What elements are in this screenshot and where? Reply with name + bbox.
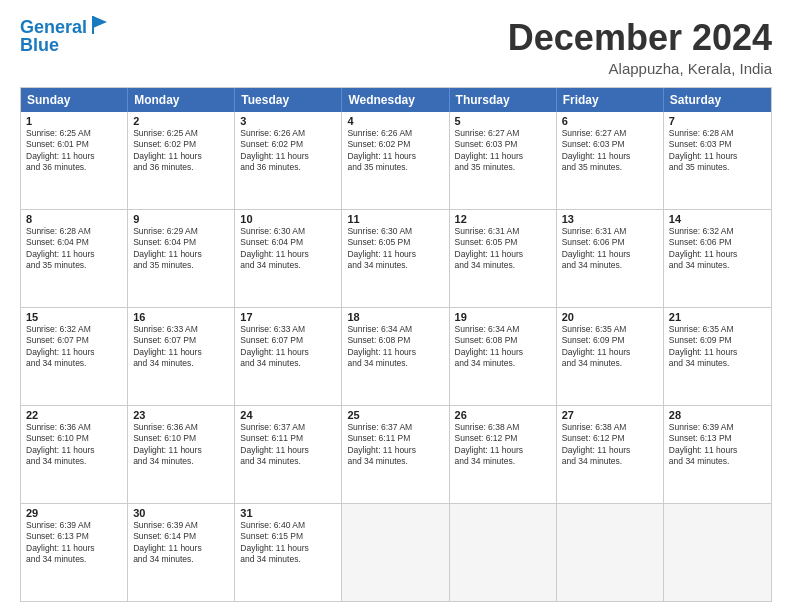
header-day-monday: Monday: [128, 88, 235, 112]
cal-cell-1: 1Sunrise: 6:25 AMSunset: 6:01 PMDaylight…: [21, 112, 128, 209]
logo-blue: Blue: [20, 36, 59, 54]
cal-cell-16: 16Sunrise: 6:33 AMSunset: 6:07 PMDayligh…: [128, 308, 235, 405]
day-info: Sunrise: 6:36 AMSunset: 6:10 PMDaylight:…: [133, 422, 202, 466]
cal-cell-empty-w4c6: [664, 504, 771, 601]
day-info: Sunrise: 6:25 AMSunset: 6:02 PMDaylight:…: [133, 128, 202, 172]
cal-cell-8: 8Sunrise: 6:28 AMSunset: 6:04 PMDaylight…: [21, 210, 128, 307]
day-num: 5: [455, 115, 551, 127]
day-num: 31: [240, 507, 336, 519]
cal-week-1: 1Sunrise: 6:25 AMSunset: 6:01 PMDaylight…: [21, 112, 771, 210]
day-info: Sunrise: 6:26 AMSunset: 6:02 PMDaylight:…: [240, 128, 309, 172]
cal-week-3: 15Sunrise: 6:32 AMSunset: 6:07 PMDayligh…: [21, 308, 771, 406]
day-num: 7: [669, 115, 766, 127]
day-info: Sunrise: 6:33 AMSunset: 6:07 PMDaylight:…: [240, 324, 309, 368]
title-block: December 2024 Alappuzha, Kerala, India: [508, 18, 772, 77]
calendar: SundayMondayTuesdayWednesdayThursdayFrid…: [20, 87, 772, 602]
cal-cell-empty-w4c5: [557, 504, 664, 601]
day-num: 25: [347, 409, 443, 421]
header: General Blue December 2024 Alappuzha, Ke…: [20, 18, 772, 77]
day-info: Sunrise: 6:39 AMSunset: 6:14 PMDaylight:…: [133, 520, 202, 564]
logo-general: General: [20, 18, 87, 36]
day-num: 1: [26, 115, 122, 127]
cal-cell-18: 18Sunrise: 6:34 AMSunset: 6:08 PMDayligh…: [342, 308, 449, 405]
day-num: 9: [133, 213, 229, 225]
day-num: 24: [240, 409, 336, 421]
day-num: 11: [347, 213, 443, 225]
cal-cell-23: 23Sunrise: 6:36 AMSunset: 6:10 PMDayligh…: [128, 406, 235, 503]
day-info: Sunrise: 6:39 AMSunset: 6:13 PMDaylight:…: [26, 520, 95, 564]
day-num: 3: [240, 115, 336, 127]
cal-week-5: 29Sunrise: 6:39 AMSunset: 6:13 PMDayligh…: [21, 504, 771, 601]
day-info: Sunrise: 6:28 AMSunset: 6:03 PMDaylight:…: [669, 128, 738, 172]
day-info: Sunrise: 6:28 AMSunset: 6:04 PMDaylight:…: [26, 226, 95, 270]
day-info: Sunrise: 6:29 AMSunset: 6:04 PMDaylight:…: [133, 226, 202, 270]
cal-cell-empty-w4c4: [450, 504, 557, 601]
calendar-body: 1Sunrise: 6:25 AMSunset: 6:01 PMDaylight…: [21, 112, 771, 601]
day-info: Sunrise: 6:33 AMSunset: 6:07 PMDaylight:…: [133, 324, 202, 368]
header-day-friday: Friday: [557, 88, 664, 112]
cal-cell-13: 13Sunrise: 6:31 AMSunset: 6:06 PMDayligh…: [557, 210, 664, 307]
day-info: Sunrise: 6:32 AMSunset: 6:07 PMDaylight:…: [26, 324, 95, 368]
day-num: 18: [347, 311, 443, 323]
day-num: 19: [455, 311, 551, 323]
day-num: 20: [562, 311, 658, 323]
cal-cell-12: 12Sunrise: 6:31 AMSunset: 6:05 PMDayligh…: [450, 210, 557, 307]
day-info: Sunrise: 6:35 AMSunset: 6:09 PMDaylight:…: [562, 324, 631, 368]
calendar-header: SundayMondayTuesdayWednesdayThursdayFrid…: [21, 88, 771, 112]
day-num: 14: [669, 213, 766, 225]
day-info: Sunrise: 6:30 AMSunset: 6:04 PMDaylight:…: [240, 226, 309, 270]
cal-cell-empty-w4c3: [342, 504, 449, 601]
day-info: Sunrise: 6:34 AMSunset: 6:08 PMDaylight:…: [347, 324, 416, 368]
day-info: Sunrise: 6:31 AMSunset: 6:06 PMDaylight:…: [562, 226, 631, 270]
day-info: Sunrise: 6:38 AMSunset: 6:12 PMDaylight:…: [562, 422, 631, 466]
day-info: Sunrise: 6:38 AMSunset: 6:12 PMDaylight:…: [455, 422, 524, 466]
day-info: Sunrise: 6:37 AMSunset: 6:11 PMDaylight:…: [240, 422, 309, 466]
cal-cell-29: 29Sunrise: 6:39 AMSunset: 6:13 PMDayligh…: [21, 504, 128, 601]
cal-cell-24: 24Sunrise: 6:37 AMSunset: 6:11 PMDayligh…: [235, 406, 342, 503]
day-num: 17: [240, 311, 336, 323]
day-num: 27: [562, 409, 658, 421]
cal-cell-7: 7Sunrise: 6:28 AMSunset: 6:03 PMDaylight…: [664, 112, 771, 209]
day-info: Sunrise: 6:34 AMSunset: 6:08 PMDaylight:…: [455, 324, 524, 368]
svg-marker-0: [93, 16, 107, 28]
cal-cell-26: 26Sunrise: 6:38 AMSunset: 6:12 PMDayligh…: [450, 406, 557, 503]
cal-cell-17: 17Sunrise: 6:33 AMSunset: 6:07 PMDayligh…: [235, 308, 342, 405]
day-num: 12: [455, 213, 551, 225]
cal-cell-10: 10Sunrise: 6:30 AMSunset: 6:04 PMDayligh…: [235, 210, 342, 307]
cal-cell-21: 21Sunrise: 6:35 AMSunset: 6:09 PMDayligh…: [664, 308, 771, 405]
cal-cell-22: 22Sunrise: 6:36 AMSunset: 6:10 PMDayligh…: [21, 406, 128, 503]
day-info: Sunrise: 6:27 AMSunset: 6:03 PMDaylight:…: [562, 128, 631, 172]
day-num: 22: [26, 409, 122, 421]
page: General Blue December 2024 Alappuzha, Ke…: [0, 0, 792, 612]
cal-cell-9: 9Sunrise: 6:29 AMSunset: 6:04 PMDaylight…: [128, 210, 235, 307]
day-num: 15: [26, 311, 122, 323]
header-day-thursday: Thursday: [450, 88, 557, 112]
day-info: Sunrise: 6:37 AMSunset: 6:11 PMDaylight:…: [347, 422, 416, 466]
day-num: 23: [133, 409, 229, 421]
day-info: Sunrise: 6:31 AMSunset: 6:05 PMDaylight:…: [455, 226, 524, 270]
cal-cell-25: 25Sunrise: 6:37 AMSunset: 6:11 PMDayligh…: [342, 406, 449, 503]
cal-cell-4: 4Sunrise: 6:26 AMSunset: 6:02 PMDaylight…: [342, 112, 449, 209]
header-day-sunday: Sunday: [21, 88, 128, 112]
day-info: Sunrise: 6:39 AMSunset: 6:13 PMDaylight:…: [669, 422, 738, 466]
day-num: 6: [562, 115, 658, 127]
cal-cell-30: 30Sunrise: 6:39 AMSunset: 6:14 PMDayligh…: [128, 504, 235, 601]
day-info: Sunrise: 6:27 AMSunset: 6:03 PMDaylight:…: [455, 128, 524, 172]
day-info: Sunrise: 6:35 AMSunset: 6:09 PMDaylight:…: [669, 324, 738, 368]
day-info: Sunrise: 6:36 AMSunset: 6:10 PMDaylight:…: [26, 422, 95, 466]
cal-cell-27: 27Sunrise: 6:38 AMSunset: 6:12 PMDayligh…: [557, 406, 664, 503]
month-title: December 2024: [508, 18, 772, 58]
day-num: 16: [133, 311, 229, 323]
day-info: Sunrise: 6:40 AMSunset: 6:15 PMDaylight:…: [240, 520, 309, 564]
day-info: Sunrise: 6:26 AMSunset: 6:02 PMDaylight:…: [347, 128, 416, 172]
day-num: 21: [669, 311, 766, 323]
location: Alappuzha, Kerala, India: [508, 60, 772, 77]
cal-cell-5: 5Sunrise: 6:27 AMSunset: 6:03 PMDaylight…: [450, 112, 557, 209]
logo-flag-icon: [89, 14, 111, 36]
cal-cell-20: 20Sunrise: 6:35 AMSunset: 6:09 PMDayligh…: [557, 308, 664, 405]
cal-cell-6: 6Sunrise: 6:27 AMSunset: 6:03 PMDaylight…: [557, 112, 664, 209]
day-num: 26: [455, 409, 551, 421]
cal-cell-31: 31Sunrise: 6:40 AMSunset: 6:15 PMDayligh…: [235, 504, 342, 601]
cal-week-2: 8Sunrise: 6:28 AMSunset: 6:04 PMDaylight…: [21, 210, 771, 308]
logo: General Blue: [20, 18, 111, 54]
